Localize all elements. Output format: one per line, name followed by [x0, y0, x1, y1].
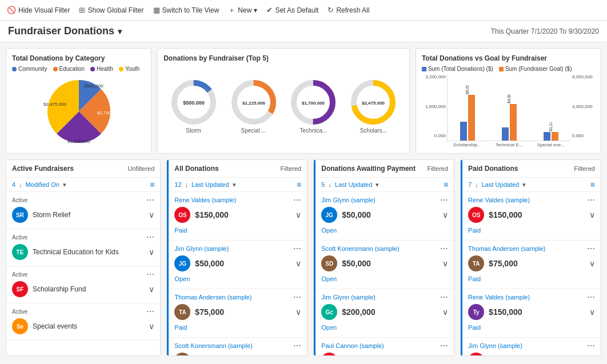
- avatar-aw3: Pd: [321, 353, 337, 355]
- item-more-aw3[interactable]: ⋯: [440, 341, 448, 350]
- legend-health: Health: [90, 66, 113, 72]
- list-item: Active ⋯ SR Storm Relief ∨: [6, 192, 160, 229]
- hide-filter-btn[interactable]: 🚫 Hide Visual Filter: [7, 6, 70, 14]
- all-donations-title: All Donations: [174, 165, 218, 173]
- expand-pd1[interactable]: ∨: [589, 259, 595, 268]
- svg-text:$500.000: $500.000: [183, 100, 205, 106]
- avatar-ad2: TA: [174, 304, 190, 320]
- expand-0[interactable]: ∨: [149, 210, 154, 219]
- item-more-pd0[interactable]: ⋯: [587, 195, 595, 205]
- new-dropdown-icon: ▾: [254, 6, 257, 14]
- sort-dropdown-ad[interactable]: ▾: [233, 181, 236, 189]
- donut-storm: $500.000 Storm: [171, 79, 217, 134]
- expand-ad1[interactable]: ∨: [295, 259, 301, 268]
- item-more-2[interactable]: ⋯: [146, 270, 154, 279]
- legend-community: Community: [12, 66, 47, 72]
- expand-aw2[interactable]: ∨: [442, 307, 448, 317]
- item-more-0[interactable]: ⋯: [146, 195, 154, 205]
- list-view-icon-aw[interactable]: ≡: [444, 180, 448, 189]
- item-more-pd2[interactable]: ⋯: [587, 293, 595, 302]
- expand-ad0[interactable]: ∨: [295, 210, 301, 219]
- item-more-aw2[interactable]: ⋯: [440, 293, 448, 302]
- donut-svg-scholars: $2,475.000: [350, 79, 396, 125]
- bar-chart-area: 3,200,000 1,600,000 0.000 $6,000,000: [422, 74, 595, 147]
- svg-text:$500,000: $500,000: [84, 83, 103, 89]
- avatar-ad3: SD: [174, 353, 190, 355]
- bar-group-technical: $4,800,000: [489, 94, 529, 141]
- paid-body: Rene Valdes (sample) ⋯ OS $150,000 ∨ Pai…: [462, 192, 601, 355]
- awaiting-donations-header: Donations Awaiting Payment Filtered: [316, 160, 454, 178]
- expand-aw0[interactable]: ∨: [442, 210, 448, 219]
- bar-scholarship-donation: [460, 122, 467, 141]
- sort-count-pd[interactable]: 7: [468, 181, 472, 188]
- item-more-ad0[interactable]: ⋯: [293, 195, 301, 205]
- sort-dropdown-aw[interactable]: ▾: [376, 181, 379, 189]
- sort-arrow-aw: ↓: [328, 181, 332, 188]
- sort-count-aw[interactable]: 5: [321, 181, 325, 188]
- refresh-btn[interactable]: ↻ Refresh All: [328, 6, 369, 14]
- expand-pd0[interactable]: ∨: [589, 210, 595, 219]
- set-default-icon: ✔: [266, 6, 273, 14]
- avatar-aw0: JG: [321, 207, 337, 223]
- paid-donations-header: Paid Donations Filtered: [462, 160, 601, 178]
- list-view-icon-pd[interactable]: ≡: [590, 180, 595, 189]
- list-item: Active ⋯ SF Scholarship Fund ∨: [6, 266, 160, 303]
- expand-3[interactable]: ∨: [149, 322, 154, 331]
- list-item: Jim Glynn (sample) ⋯ Gc $200,000 ∨ Open: [316, 289, 454, 338]
- sort-dropdown-pd[interactable]: ▾: [522, 181, 526, 189]
- all-donations-badge: Filtered: [281, 165, 302, 172]
- expand-1[interactable]: ∨: [149, 247, 154, 257]
- item-more-aw0[interactable]: ⋯: [440, 195, 448, 205]
- active-fundraisers-title: Active Fundraisers: [12, 165, 74, 173]
- avatar-pd0: OS: [468, 207, 484, 223]
- item-more-1[interactable]: ⋯: [146, 233, 154, 242]
- sort-field-ad[interactable]: Last Updated: [191, 181, 229, 188]
- bar-group-scholarship: $6,000,000: [448, 85, 488, 141]
- sort-count-ad[interactable]: 12: [174, 181, 181, 188]
- tile-view-btn[interactable]: ▦ Switch to Tile View: [153, 6, 219, 14]
- new-btn[interactable]: ＋ New ▾: [228, 5, 257, 15]
- item-more-pd1[interactable]: ⋯: [587, 244, 595, 253]
- sort-field-aw[interactable]: Last Updated: [335, 181, 372, 188]
- item-more-aw1[interactable]: ⋯: [440, 244, 448, 253]
- legend-donations-sum: Sum (Total Donations) ($): [422, 66, 493, 72]
- item-more-3[interactable]: ⋯: [146, 307, 154, 316]
- show-global-btn[interactable]: ⊞ Show Global Filter: [79, 6, 143, 14]
- item-more-ad2[interactable]: ⋯: [293, 293, 301, 302]
- expand-2[interactable]: ∨: [149, 285, 154, 294]
- donut-chart-title: Donations by Fundraiser (Top 5): [163, 54, 404, 62]
- list-item: Active ⋯ TE Technical Education for Kids…: [6, 229, 160, 266]
- sort-count-af[interactable]: 4: [12, 181, 15, 188]
- avatar-te: TE: [12, 244, 28, 260]
- x-axis: Scholarship... Technical E... Special ev…: [447, 141, 571, 147]
- donut-scholars: $2,475.000 Scholars...: [350, 79, 396, 134]
- sort-dropdown-af[interactable]: ▾: [63, 181, 66, 189]
- list-view-icon-ad[interactable]: ≡: [297, 180, 301, 189]
- list-item: Scott Konersmann (sample) ⋯ SD $50,000 ∨…: [169, 338, 307, 355]
- title-dropdown-icon[interactable]: ▾: [118, 27, 122, 36]
- avatar-ad1: JG: [174, 255, 190, 271]
- item-more-ad1[interactable]: ⋯: [293, 244, 301, 253]
- item-more-ad3[interactable]: ⋯: [293, 341, 301, 350]
- all-donations-card: All Donations Filtered 12 ↓ Last Updated…: [166, 159, 308, 356]
- sort-field-pd[interactable]: Last Updated: [482, 181, 519, 188]
- expand-aw1[interactable]: ∨: [442, 259, 448, 268]
- active-fundraisers-body: Active ⋯ SR Storm Relief ∨ Active ⋯: [6, 192, 160, 355]
- bar-technical-goal: [510, 104, 517, 141]
- item-more-pd3[interactable]: ⋯: [587, 341, 595, 350]
- legend-education: Education: [53, 66, 85, 72]
- bar-group-special: $1,125,000: [531, 122, 571, 141]
- active-fundraisers-badge: Unfiltered: [127, 165, 154, 172]
- set-default-btn[interactable]: ✔ Set As Default: [266, 6, 318, 14]
- legend-community-dot: [12, 67, 17, 71]
- svg-text:$1,125,000: $1,125,000: [67, 139, 91, 144]
- main-content: Total Donations by Category Community Ed…: [0, 42, 607, 362]
- expand-ad2[interactable]: ∨: [295, 307, 301, 317]
- donut-chart-card: Donations by Fundraiser (Top 5) $500.000…: [157, 48, 410, 154]
- list-view-icon-af[interactable]: ≡: [150, 180, 154, 189]
- pie-chart-title: Total Donations by Category: [12, 54, 145, 62]
- expand-pd2[interactable]: ∨: [589, 307, 595, 317]
- list-item: Jim Glynn (sample) ⋯ Os $25,000 ∨ Update…: [462, 338, 601, 355]
- bar-technical-donation: [502, 127, 509, 141]
- sort-field-af[interactable]: Modified On: [26, 181, 59, 188]
